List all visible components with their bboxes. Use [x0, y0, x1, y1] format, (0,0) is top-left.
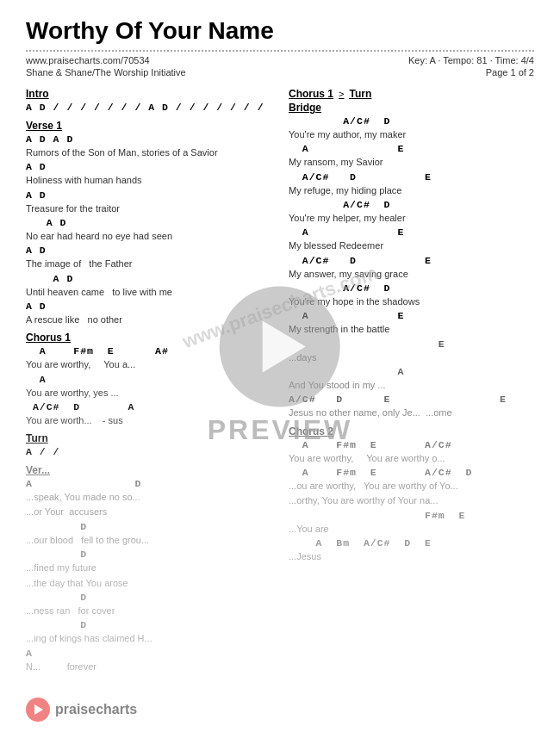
b-lyric-11: Jesus no other name, only Je... ...ome — [289, 406, 534, 419]
verse1-line-1: A D A D Rumors of the Son of Man, storie… — [26, 133, 271, 159]
bridge-line-3: A/C# D E My refuge, my hiding place — [289, 171, 534, 197]
bridge-line-9: E ...days — [289, 338, 534, 364]
meta-right: Key: A · Tempo: 81 · Time: 4/4 — [408, 55, 534, 65]
chorus2-line-5: A Bm A/C# D E — [289, 537, 534, 550]
intro-section: Intro A D / / / / / / / A D / / / / / / … — [26, 88, 271, 115]
v1-chord-2: A D — [26, 161, 271, 174]
bridge-label: Bridge — [289, 102, 534, 114]
c2-chord-5: A Bm A/C# D E — [289, 537, 534, 550]
v2-line-3: D ...our blood fell to the grou... — [26, 521, 271, 547]
turn-link[interactable]: Turn — [349, 88, 371, 100]
b-lyric-7: You're my hope in the shadows — [289, 295, 534, 308]
c2-chord-4: F#m E — [289, 510, 534, 523]
chorus2-line-1: A F#m E A/C# You are worthy, You are wor… — [289, 439, 534, 465]
v2-chord-1: A D — [26, 478, 271, 491]
v1-lyric-3: Treasure for the traitor — [26, 202, 271, 215]
b-chord-1: A/C# D — [289, 115, 534, 128]
v1-lyric-5: The image of the Father — [26, 257, 271, 270]
chorus1-left-section: Chorus 1 A F#m E A# You are worthy, You … — [26, 332, 271, 427]
bridge-line-6: A/C# D E My answer, my saving grace — [289, 255, 534, 281]
b-lyric-4: You're my helper, my healer — [289, 212, 534, 225]
bridge-line-5: A E My blessed Redeemer — [289, 226, 534, 252]
v2-lyric-6: ...ness ran for cover — [26, 605, 271, 617]
v1-chord-5: A D — [26, 245, 271, 257]
v1-lyric-2: Holiness with human hands — [26, 174, 271, 187]
verse1-line-2: A D Holiness with human hands — [26, 161, 271, 187]
chorus2-line-4: F#m E ...You are — [289, 510, 534, 536]
v2-line-5: ...the day that You arose — [26, 577, 271, 590]
title-divider — [26, 50, 534, 52]
intro-chords: A D / / / / / / / A D / / / / / / / — [26, 102, 271, 115]
c1l-chord-3: A/C# D A — [26, 401, 271, 414]
b-chord-10: A — [289, 366, 534, 379]
verse2-preview-section: Ver... A D ...speak, You made no so... .… — [26, 464, 271, 673]
b-chord-11: A/C# D E E — [289, 394, 534, 406]
bridge-line-11: A/C# D E E Jesus no other name, only Je.… — [289, 394, 534, 419]
b-chord-7: A/C# D — [289, 282, 534, 295]
tempo-info: Tempo: 81 — [443, 55, 487, 65]
v2-chord-4: D — [26, 549, 271, 561]
turn-label: Turn — [26, 432, 271, 444]
footer-play-button[interactable] — [26, 698, 50, 722]
v1-chord-1: A D A D — [26, 133, 271, 146]
v1-lyric-1: Rumors of the Son of Man, stories of a S… — [26, 146, 271, 159]
chorus1-left-line-1: A F#m E A# You are worthy, You a... — [26, 345, 271, 371]
v2-line-2: ...or Your accusers — [26, 506, 271, 518]
b-lyric-5: My blessed Redeemer — [289, 239, 534, 252]
chorus1-left-line-3: A/C# D A You are worth... - sus — [26, 401, 271, 427]
chorus2-line-2: A F#m E A/C# D ...ou are worthy, You are… — [289, 467, 534, 493]
c2-chord-1: A F#m E A/C# — [289, 439, 534, 452]
b-lyric-8: My strength in the battle — [289, 323, 534, 336]
chorus2-line-3: ...orthy, You are worthy of Your na... — [289, 494, 534, 507]
bridge-line-7: A/C# D You're my hope in the shadows — [289, 282, 534, 308]
meta-row: www.praisecharts.com/70534 Key: A · Temp… — [26, 55, 534, 65]
c1l-lyric-3: You are worth... - sus — [26, 414, 271, 427]
v1-chord-3: A D — [26, 189, 271, 202]
c1l-chord-1: A F#m E A# — [26, 345, 271, 358]
b-chord-9: E — [289, 338, 534, 351]
bridge-section: Bridge A/C# D You're my author, my maker… — [289, 102, 534, 420]
c1l-chord-2: A — [26, 374, 271, 387]
bridge-line-8: A E My strength in the battle — [289, 310, 534, 336]
bridge-line-2: A E My ransom, my Savior — [289, 143, 534, 169]
b-chord-3: A/C# D E — [289, 171, 534, 184]
v2-line-6: D ...ness ran for cover — [26, 592, 271, 617]
arrow-icon: > — [339, 89, 344, 99]
v2-line-8: A N... forever — [26, 648, 271, 673]
b-chord-8: A E — [289, 310, 534, 323]
c2-lyric-4: ...You are — [289, 523, 534, 536]
verse1-section: Verse 1 A D A D Rumors of the Son of Man… — [26, 120, 271, 326]
c2-chord-2: A F#m E A/C# D — [289, 467, 534, 480]
b-lyric-9: ...days — [289, 351, 534, 364]
content-area: Intro A D / / / / / / / A D / / / / / / … — [26, 88, 534, 679]
verse1-line-5: A D The image of the Father — [26, 245, 271, 270]
c2-lyric-1: You are worthy, You are worthy o... — [289, 452, 534, 465]
v1-lyric-7: A rescue like no other — [26, 313, 271, 326]
v2-line-1: A D ...speak, You made no so... — [26, 478, 271, 504]
v2-lyric-3: ...our blood fell to the grou... — [26, 534, 271, 547]
v1-lyric-6: Until heaven came to live with me — [26, 286, 271, 299]
page: Worthy Of Your Name www.praisecharts.com… — [0, 0, 560, 732]
bridge-line-4: A/C# D You're my helper, my healer — [289, 199, 534, 225]
v2-chord-8: A — [26, 648, 271, 661]
v1-chord-4: A D — [26, 217, 271, 230]
v2-lyric-4: ...fined my future — [26, 561, 271, 574]
v2-lyric-5: ...the day that You arose — [26, 577, 271, 590]
v2-lyric-2: ...or Your accusers — [26, 506, 271, 518]
intro-label: Intro — [26, 88, 271, 100]
b-chord-6: A/C# D E — [289, 255, 534, 268]
b-chord-5: A E — [289, 226, 534, 239]
turn-section: Turn A / / — [26, 432, 271, 459]
chorus2-line-6: ...Jesus — [289, 550, 534, 563]
b-lyric-10: And You stood in my ... — [289, 379, 534, 392]
v2-lyric-7: ...ing of kings has claimed H... — [26, 632, 271, 645]
b-chord-4: A/C# D — [289, 199, 534, 212]
v2-line-7: D ...ing of kings has claimed H... — [26, 619, 271, 645]
chorus2-label: Chorus 2 — [289, 425, 534, 437]
verse1-line-3: A D Treasure for the traitor — [26, 189, 271, 215]
v2-chord-3: D — [26, 521, 271, 534]
c2-lyric-2: ...ou are worthy, You are worthy of Yo..… — [289, 480, 534, 493]
v2-chord-6: D — [26, 592, 271, 605]
bridge-line-10: A And You stood in my ... — [289, 366, 534, 392]
c1l-lyric-1: You are worthy, You a... — [26, 358, 271, 371]
